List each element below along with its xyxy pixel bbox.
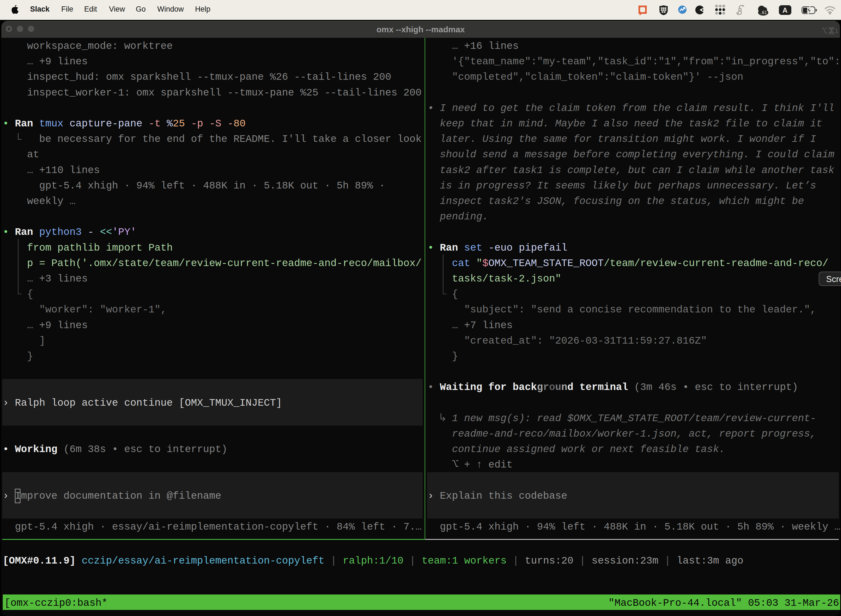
svg-text:A: A: [782, 6, 787, 14]
svg-text:1: 1: [835, 27, 838, 34]
svg-text:..61: ..61: [760, 10, 767, 15]
